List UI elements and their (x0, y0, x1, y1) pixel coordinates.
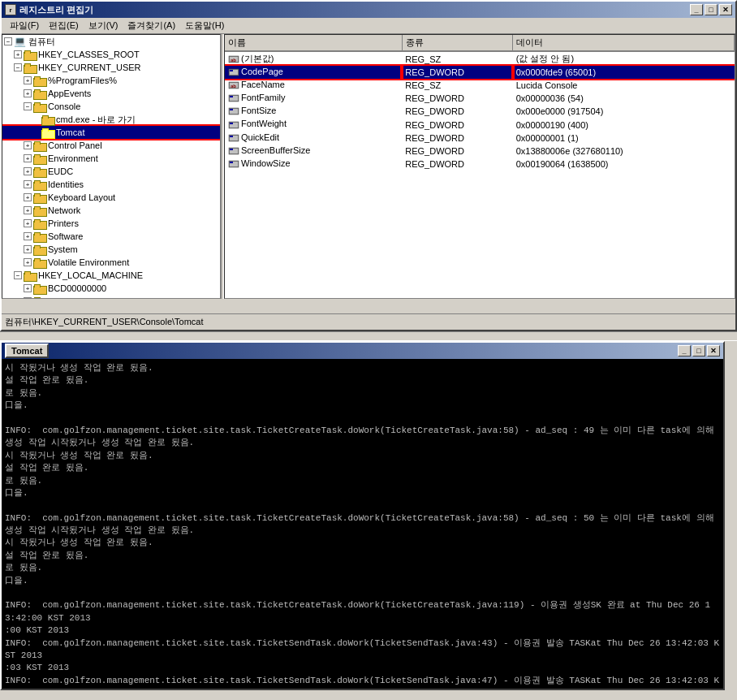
restore-button[interactable]: □ (705, 4, 718, 15)
expand-keyboard-layout[interactable]: + (24, 193, 32, 201)
tree-item-hkcr[interactable]: + HKEY_CLASSES_ROOT (2, 48, 220, 61)
tree-item-environment[interactable]: + Environment (2, 152, 220, 165)
table-row[interactable]: QuickEditREG_DWORD0x00000001 (1) (225, 132, 735, 145)
registry-tree-panel[interactable]: − 💻 컴퓨터 + HKEY_CLASSES_ROOT − HKEY_CURRE… (2, 34, 221, 299)
expand-hardware[interactable]: + (24, 297, 32, 299)
menu-help[interactable]: 도움말(H) (180, 18, 229, 33)
table-row[interactable]: FontFamilyREG_DWORD0x00000036 (54) (225, 92, 735, 105)
entry-data: 0x00000001 (1) (513, 132, 735, 145)
table-row[interactable]: ab(기본값)REG_SZ(값 설정 안 됨) (225, 51, 735, 66)
tree-item-eudc[interactable]: + EUDC (2, 165, 220, 178)
svg-rect-23 (230, 149, 233, 150)
tree-label-eudc: EUDC (48, 166, 73, 176)
registry-table: 이름 종류 데이터 ab(기본값)REG_SZ(값 설정 안 됨)CodePag… (225, 35, 735, 171)
tree-item-printers[interactable]: + Printers (2, 217, 220, 230)
tree-item-programfiles[interactable]: + %ProgramFiles% (2, 74, 220, 87)
tree-item-identities[interactable]: + Identities (2, 178, 220, 191)
tomcat-title-text: Tomcat (5, 344, 49, 358)
expand-system[interactable]: + (24, 245, 32, 253)
expand-eudc[interactable]: + (24, 167, 32, 175)
tree-label-appevents: AppEvents (48, 89, 91, 98)
menu-edit[interactable]: 편집(E) (44, 18, 84, 33)
tomcat-title-buttons: _ □ ✕ (678, 345, 720, 356)
entry-data: (값 설정 안 됨) (513, 51, 735, 66)
entry-name: FontWeight (225, 118, 402, 131)
expand-environment[interactable]: + (24, 154, 32, 162)
tree-item-hklm[interactable]: − HKEY_LOCAL_MACHINE (2, 269, 220, 282)
entry-data: 0x0000fde9 (65001) (513, 66, 735, 79)
folder-icon-keyboard-layout (33, 192, 46, 202)
window-separator (0, 331, 737, 341)
tree-item-hkcu[interactable]: − HKEY_CURRENT_USER (2, 61, 220, 74)
table-row[interactable]: abFaceNameREG_SZLucida Console (225, 79, 735, 92)
entry-type: REG_SZ (402, 79, 512, 92)
entry-data: 0x00190064 (1638500) (513, 158, 735, 171)
tree-label-software: Software (48, 231, 83, 241)
tomcat-close-button[interactable]: ✕ (707, 345, 720, 356)
col-name[interactable]: 이름 (225, 35, 402, 51)
table-row[interactable]: FontWeightREG_DWORD0x00000190 (400) (225, 118, 735, 131)
expand-software[interactable]: + (24, 232, 32, 240)
expand-bcd[interactable]: + (24, 284, 32, 292)
col-type[interactable]: 종류 (402, 35, 512, 51)
tree-label-programfiles: %ProgramFiles% (48, 76, 117, 85)
col-data[interactable]: 데이터 (513, 35, 735, 51)
tomcat-minimize-button[interactable]: _ (678, 345, 691, 356)
tree-label-volatile-env: Volatile Environment (48, 257, 129, 267)
tree-item-cmdexe[interactable]: cmd.exe - 바로 가기 (2, 113, 220, 126)
expand-printers[interactable]: + (24, 219, 32, 227)
tree-item-software[interactable]: + Software (2, 230, 220, 243)
menu-view[interactable]: 보기(V) (84, 18, 123, 33)
tree-label-system: System (48, 244, 78, 254)
table-row[interactable]: WindowSizeREG_DWORD0x00190064 (1638500) (225, 158, 735, 171)
expand-controlpanel[interactable]: + (24, 141, 32, 149)
tree-item-system[interactable]: + System (2, 243, 220, 256)
registry-values-panel[interactable]: 이름 종류 데이터 ab(기본값)REG_SZ(값 설정 안 됨)CodePag… (224, 34, 735, 299)
computer-icon: 💻 (14, 36, 26, 47)
status-path: 컴퓨터\HKEY_CURRENT_USER\Console\Tomcat (5, 316, 204, 328)
expand-identities[interactable]: + (24, 180, 32, 188)
entry-type: REG_DWORD (402, 105, 512, 118)
expand-console[interactable]: − (24, 102, 32, 110)
expand-hklm[interactable]: − (14, 271, 22, 279)
menu-favorites[interactable]: 즐겨찾기(A) (123, 18, 180, 33)
folder-icon-hklm (24, 270, 37, 280)
entry-data: 0x000e0000 (917504) (513, 105, 735, 118)
table-row[interactable]: FontSizeREG_DWORD0x000e0000 (917504) (225, 105, 735, 118)
tree-label-console: Console (48, 102, 80, 111)
table-row[interactable]: CodePageREG_DWORD0x0000fde9 (65001) (225, 66, 735, 79)
entry-type: REG_DWORD (402, 145, 512, 158)
table-row[interactable]: ScreenBufferSizeREG_DWORD0x13880006e (32… (225, 145, 735, 158)
tomcat-restore-button[interactable]: □ (692, 345, 705, 356)
tree-item-keyboard-layout[interactable]: + Keyboard Layout (2, 191, 220, 204)
tree-item-network[interactable]: + Network (2, 204, 220, 217)
minimize-button[interactable]: _ (690, 4, 703, 15)
close-button[interactable]: ✕ (719, 4, 732, 15)
tomcat-console-output[interactable]: 시 작됬거나 생성 작업 완로 됬음. 설 작업 완로 됬음. 로 됬음. 口을… (2, 359, 723, 689)
tree-label-printers: Printers (48, 218, 79, 228)
expand-volatile-env[interactable]: + (24, 258, 32, 266)
tree-label-hardware: HARDWARE (48, 296, 100, 299)
tree-item-controlpanel[interactable]: + Control Panel (2, 139, 220, 152)
menu-file[interactable]: 파일(F) (5, 18, 44, 33)
expand-programfiles[interactable]: + (24, 76, 32, 84)
entry-type: REG_DWORD (402, 118, 512, 131)
tree-item-bcd[interactable]: + BCD00000000 (2, 282, 220, 295)
expand-network[interactable]: + (24, 206, 32, 214)
tree-item-tomcat[interactable]: Tomcat (2, 126, 220, 139)
expand-hkcu[interactable]: − (14, 63, 22, 71)
tree-label-tomcat: Tomcat (56, 127, 84, 137)
tree-item-computer[interactable]: − 💻 컴퓨터 (2, 35, 220, 48)
tree-item-appevents[interactable]: + AppEvents (2, 87, 220, 100)
expand-hkcr[interactable]: + (14, 50, 22, 58)
entry-type: REG_DWORD (402, 66, 512, 79)
expand-computer[interactable]: − (4, 37, 12, 45)
folder-icon-network (33, 205, 46, 215)
tree-item-volatile-env[interactable]: + Volatile Environment (2, 256, 220, 269)
tree-item-hardware[interactable]: + HARDWARE (2, 295, 220, 299)
regedit-title: 레지스트리 편집기 (19, 4, 93, 16)
tree-label-keyboard-layout: Keyboard Layout (48, 192, 115, 202)
expand-appevents[interactable]: + (24, 89, 32, 97)
svg-rect-5 (230, 70, 233, 71)
tree-item-console[interactable]: − Console (2, 100, 220, 113)
